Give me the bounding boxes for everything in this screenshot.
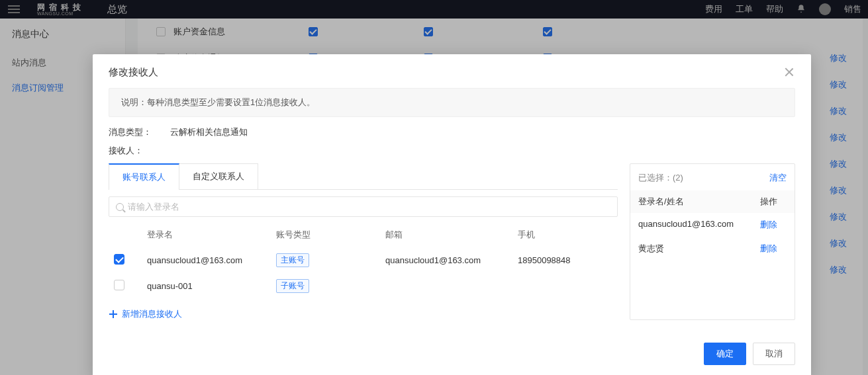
add-recipient-button[interactable]: 新增消息接收人 [109,308,618,320]
message-type-row: 消息类型： 云解析相关信息通知 [109,126,795,138]
contacts-table-header: 登录名 账号类型 邮箱 手机 [109,222,618,247]
recipient-selector: 账号联系人 自定义联系人 登录名 账号类型 邮箱 手机 quansucloud [109,163,795,320]
cell-email: quansucloud1@163.com [385,255,518,265]
close-icon[interactable] [783,67,795,79]
search-wrap [109,196,618,217]
modify-recipient-modal: 修改接收人 说明：每种消息类型至少需要设置1位消息接收人。 消息类型： 云解析相… [93,54,811,375]
clear-selection-button[interactable]: 清空 [769,172,787,184]
modal-title: 修改接收人 [109,66,158,79]
ok-button[interactable]: 确定 [704,343,746,365]
selected-table-header: 登录名/姓名 操作 [630,190,795,213]
th-login: 登录名 [147,229,276,241]
selected-panel: 已选择：(2) 清空 登录名/姓名 操作 quansucloud1@163.co… [630,163,795,320]
delete-button[interactable]: 删除 [760,219,787,231]
message-type-label: 消息类型： [109,126,152,138]
selected-name: quansucloud1@163.com [638,219,760,231]
cancel-button[interactable]: 取消 [753,343,795,365]
account-type-badge: 主账号 [276,253,309,267]
contacts-panel: 账号联系人 自定义联系人 登录名 账号类型 邮箱 手机 quansucloud [109,163,618,320]
th-phone: 手机 [518,229,612,241]
cell-login: quansu-001 [147,281,276,291]
cell-type: 主账号 [276,253,385,267]
modal-header: 修改接收人 [93,54,811,88]
search-icon [116,203,124,211]
notice-box: 说明：每种消息类型至少需要设置1位消息接收人。 [109,88,795,117]
modal-footer: 确定 取消 [93,332,811,375]
account-type-badge: 子账号 [276,279,309,293]
contact-tabs: 账号联系人 自定义联系人 [109,163,618,190]
tab-account-contacts[interactable]: 账号联系人 [109,163,179,190]
cell-type: 子账号 [276,279,385,293]
delete-button[interactable]: 删除 [760,243,787,255]
selected-th-name: 登录名/姓名 [638,196,760,208]
search-input[interactable] [128,202,610,212]
contacts-table: 登录名 账号类型 邮箱 手机 quansucloud1@163.com主账号qu… [109,222,618,299]
selected-name: 黄志贤 [638,243,760,255]
tab-custom-contacts[interactable]: 自定义联系人 [179,163,258,190]
selected-th-op: 操作 [760,196,787,208]
add-recipient-label: 新增消息接收人 [122,308,182,320]
modal-body: 说明：每种消息类型至少需要设置1位消息接收人。 消息类型： 云解析相关信息通知 … [93,88,811,332]
cell-phone: 18950098848 [518,255,612,265]
table-row: quansu-001子账号 [109,273,618,299]
plus-icon [109,310,118,319]
selected-header: 已选择：(2) 清空 [630,164,795,190]
table-row: quansucloud1@163.com主账号quansucloud1@163.… [109,247,618,273]
selected-row: 黄志贤删除 [630,237,795,261]
message-type-value: 云解析相关信息通知 [170,127,248,137]
row-checkbox[interactable] [114,280,124,290]
row-checkbox[interactable] [114,254,124,265]
selected-row: quansucloud1@163.com删除 [630,213,795,237]
th-type: 账号类型 [276,229,385,241]
recipients-label: 接收人： [109,145,143,157]
selected-count: 已选择：(2) [638,172,683,184]
cell-login: quansucloud1@163.com [147,255,276,265]
recipients-label-row: 接收人： [109,145,795,157]
th-email: 邮箱 [385,229,518,241]
